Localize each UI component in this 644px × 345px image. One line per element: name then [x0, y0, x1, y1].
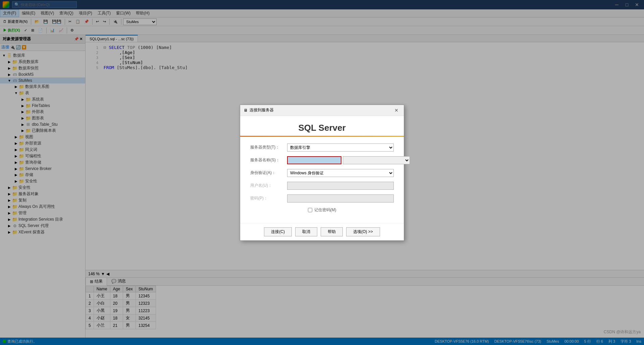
auth-row: 身份验证(A)： Windows 身份验证 — [250, 169, 394, 177]
server-name-row: 服务器名称(S)： — [250, 156, 394, 164]
remember-password-label: 记住密码(M) — [314, 207, 336, 213]
dialog-footer: 连接(C) 取消 帮助 选项(O) >> — [240, 223, 404, 240]
username-label: 用户名(U)： — [250, 183, 287, 188]
auth-label: 身份验证(A)： — [250, 170, 287, 176]
server-type-row: 服务器类型(T)： 数据库引擎 — [250, 143, 394, 152]
server-name-control — [287, 156, 410, 164]
modal-overlay: 🖥 连接到服务器 ✕ SQL Server 服务器类型(T)： 数据库引擎 服务… — [0, 0, 644, 345]
username-input — [287, 182, 394, 190]
password-control — [287, 194, 394, 203]
server-name-label: 服务器名称(S)： — [250, 157, 287, 163]
password-row: 密码(P)： — [250, 194, 394, 203]
connect-button[interactable]: 连接(C) — [264, 227, 292, 236]
server-name-dropdown[interactable] — [343, 156, 410, 164]
dialog-main-title: SQL Server — [250, 123, 394, 133]
connect-dialog: 🖥 连接到服务器 ✕ SQL Server 服务器类型(T)： 数据库引擎 服务… — [240, 105, 404, 241]
cancel-button[interactable]: 取消 — [295, 227, 317, 236]
server-name-input-row — [287, 156, 410, 164]
remember-password-row: 记住密码(M) — [250, 207, 394, 213]
dialog-close-button[interactable]: ✕ — [392, 107, 400, 114]
dialog-divider — [240, 136, 404, 137]
dialog-body: SQL Server 服务器类型(T)： 数据库引擎 服务器名称(S)： — [240, 116, 404, 223]
server-type-control: 数据库引擎 — [287, 143, 394, 152]
dialog-titlebar: 🖥 连接到服务器 ✕ — [240, 105, 404, 116]
dialog-titlebar-left: 🖥 连接到服务器 — [244, 107, 274, 113]
username-control — [287, 182, 394, 190]
password-label: 密码(P)： — [250, 195, 287, 201]
help-button[interactable]: 帮助 — [321, 227, 343, 236]
password-input — [287, 194, 394, 203]
username-row: 用户名(U)： — [250, 182, 394, 190]
auth-control: Windows 身份验证 — [287, 169, 394, 177]
remember-password-checkbox[interactable] — [308, 208, 312, 212]
auth-select[interactable]: Windows 身份验证 — [287, 169, 394, 177]
dialog-icon: 🖥 — [244, 108, 248, 113]
dialog-title: 连接到服务器 — [250, 107, 274, 113]
server-type-label: 服务器类型(T)： — [250, 145, 287, 150]
server-name-input[interactable] — [287, 156, 341, 164]
options-button[interactable]: 选项(O) >> — [346, 227, 380, 236]
server-type-select[interactable]: 数据库引擎 — [287, 143, 394, 152]
